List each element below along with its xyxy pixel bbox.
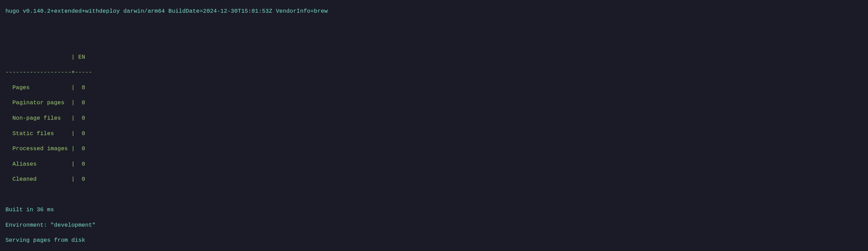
blank-line xyxy=(5,38,863,46)
table-header: | EN xyxy=(5,53,863,61)
environment-line: Environment: "development" xyxy=(5,222,863,229)
table-row: Paginator pages | 0 xyxy=(5,99,863,107)
hugo-version-line: hugo v0.140.2+extended+withdeploy darwin… xyxy=(5,8,863,15)
table-row: Aliases | 0 xyxy=(5,160,863,168)
table-separator: -------------------+----- xyxy=(5,69,863,76)
table-row: Non-page files | 0 xyxy=(5,115,863,122)
blank-line xyxy=(5,191,863,199)
table-row: Cleaned | 0 xyxy=(5,176,863,183)
blank-line xyxy=(5,23,863,31)
table-row: Pages | 8 xyxy=(5,84,863,92)
table-row: Static files | 0 xyxy=(5,130,863,138)
table-row: Processed images | 0 xyxy=(5,145,863,153)
terminal-output: hugo v0.140.2+extended+withdeploy darwin… xyxy=(0,0,868,251)
serving-line: Serving pages from disk xyxy=(5,237,863,244)
built-time-line: Built in 36 ms xyxy=(5,206,863,214)
